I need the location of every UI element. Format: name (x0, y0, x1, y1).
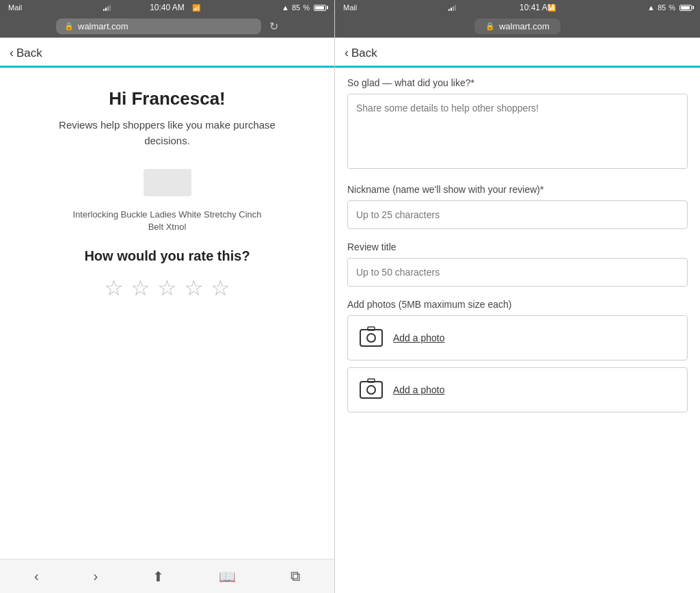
svg-point-4 (367, 386, 375, 394)
product-image (144, 169, 191, 196)
greeting-text: Hi Francesca! (109, 88, 226, 109)
time-right: 10:41 AM (520, 3, 554, 12)
battery-pct-symbol-right: % (669, 3, 675, 12)
back-label-right[interactable]: Back (351, 47, 377, 60)
back-row-right: ‹ Back (335, 38, 700, 66)
star-4[interactable]: ☆ (184, 275, 204, 301)
wifi-icon-left: 📶 (192, 4, 200, 12)
time-left: 10:40 AM (150, 3, 185, 12)
lock-icon-left: 🔒 (64, 22, 74, 31)
star-2[interactable]: ☆ (131, 275, 150, 301)
back-label-left[interactable]: Back (16, 47, 42, 60)
signal-bars-right (448, 4, 456, 11)
back-chevron-right[interactable]: ‹ (345, 46, 349, 60)
battery-pct-right: 85 (658, 3, 666, 12)
review-title-input[interactable] (347, 258, 688, 287)
photo-icon-1 (359, 326, 383, 350)
nickname-label: Nickname (name we'll show with your revi… (347, 184, 688, 195)
battery-pct-symbol-left: % (303, 3, 310, 12)
phone-left: Mail 📶 10:40 AM ▲ 85 % 🔒 walmart.com ↻ ‹… (0, 0, 335, 593)
signal-bar-r3 (453, 6, 454, 11)
signal-bar-r2 (450, 8, 452, 11)
battery-icon-left (314, 5, 326, 11)
svg-rect-3 (360, 382, 382, 398)
signal-bar-2 (105, 8, 107, 11)
nickname-section: Nickname (name we'll show with your revi… (347, 184, 688, 229)
svg-rect-5 (368, 379, 375, 382)
svg-point-1 (367, 334, 375, 342)
url-bar-left[interactable]: 🔒 walmart.com ↻ (0, 15, 334, 38)
signal-bar-4 (109, 5, 111, 11)
add-photos-section: Add photos (5MB maximum size each) Add a… (347, 299, 688, 412)
carrier-label-right: Mail (343, 3, 357, 12)
review-title-label: Review title (347, 241, 688, 252)
nav-tabs-icon[interactable]: ⧉ (285, 563, 306, 590)
arrow-icon-left: ▲ (282, 3, 289, 12)
url-text-left: walmart.com (78, 21, 129, 31)
battery-fill-right (681, 6, 690, 10)
sub-text: Reviews help shoppers like you make purc… (58, 118, 277, 148)
star-5[interactable]: ☆ (211, 275, 230, 301)
url-text-right: walmart.com (499, 21, 550, 31)
review-title-section: Review title (347, 241, 688, 287)
add-photo-label-2[interactable]: Add a photo (393, 384, 445, 395)
nav-forward-icon[interactable]: › (88, 563, 104, 590)
nickname-input[interactable] (347, 200, 688, 229)
add-photos-label: Add photos (5MB maximum size each) (347, 299, 688, 310)
product-name: Interlocking Buckle Ladies White Stretch… (72, 209, 263, 233)
review-body-section: So glad — what did you like?* (347, 77, 688, 172)
carrier-label-left: Mail (8, 3, 22, 12)
svg-rect-2 (368, 327, 375, 330)
photo-icon-2 (359, 378, 383, 402)
battery-icon-right (679, 5, 692, 11)
status-bar-left: Mail 📶 10:40 AM ▲ 85 % (0, 0, 334, 15)
battery-fill-left (315, 6, 324, 10)
review-body-input[interactable] (347, 94, 688, 169)
back-row-left: ‹ Back (0, 38, 334, 66)
nav-share-icon[interactable]: ⬆ (147, 563, 170, 590)
reload-icon-left[interactable]: ↻ (269, 20, 278, 33)
star-3[interactable]: ☆ (157, 275, 177, 301)
bottom-nav-left: ‹ › ⬆ 📖 ⧉ (0, 559, 334, 593)
signal-bar-r1 (448, 9, 450, 11)
url-box-left[interactable]: 🔒 walmart.com (56, 18, 261, 34)
back-chevron-left[interactable]: ‹ (10, 46, 14, 60)
status-bar-right: Mail 📶 10:41 AM ▲ 85 % (335, 0, 700, 15)
add-photo-box-1[interactable]: Add a photo (347, 315, 688, 360)
signal-bars-left (103, 4, 111, 11)
phone-right: Mail 📶 10:41 AM ▲ 85 % 🔒 walmart.com ‹ B… (335, 0, 700, 593)
rate-question: How would you rate this? (84, 248, 250, 264)
signal-bar-r4 (455, 5, 456, 11)
right-form-content: So glad — what did you like?* Nickname (… (335, 68, 700, 593)
svg-rect-0 (360, 330, 382, 346)
nav-back-icon[interactable]: ‹ (29, 563, 44, 590)
lock-icon-right: 🔒 (485, 22, 495, 31)
status-right-left: ▲ 85 % (282, 3, 326, 12)
star-1[interactable]: ☆ (104, 275, 124, 301)
status-right-right: ▲ 85 % (647, 3, 692, 12)
battery-pct-left: 85 (292, 3, 300, 12)
url-bar-right[interactable]: 🔒 walmart.com (335, 15, 700, 38)
url-box-right[interactable]: 🔒 walmart.com (474, 18, 561, 34)
signal-bar-1 (103, 9, 105, 11)
add-photo-label-1[interactable]: Add a photo (393, 332, 445, 343)
add-photo-box-2[interactable]: Add a photo (347, 367, 688, 412)
stars-row[interactable]: ☆ ☆ ☆ ☆ ☆ (104, 275, 230, 301)
nav-bookmarks-icon[interactable]: 📖 (213, 563, 241, 590)
review-body-label: So glad — what did you like?* (347, 77, 688, 88)
left-main-content: Hi Francesca! Reviews help shoppers like… (0, 68, 334, 559)
arrow-icon-right: ▲ (647, 3, 655, 12)
signal-bar-3 (107, 6, 109, 11)
